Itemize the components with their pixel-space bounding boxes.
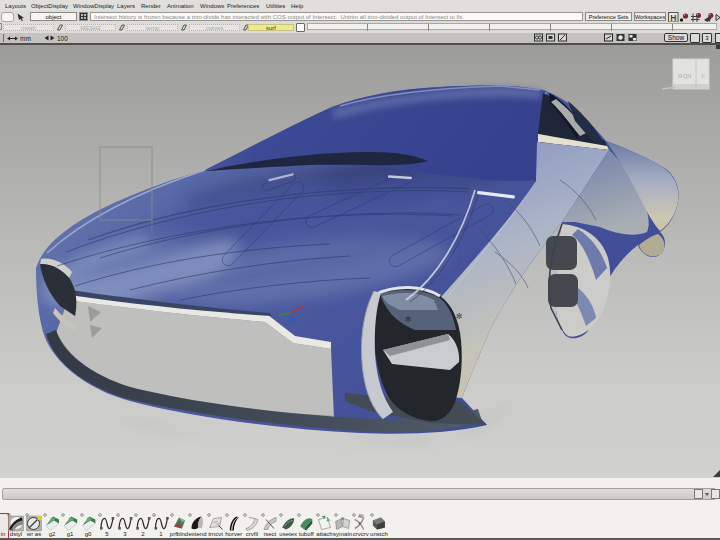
svg-text:symaln: symaln [333,531,352,537]
svg-text:RQN: RQN [678,73,691,79]
svg-text:3: 3 [123,531,127,537]
svg-text:dstyl: dstyl [10,531,22,537]
svg-text:unstch: unstch [370,531,388,537]
svg-text:attach: attach [316,531,332,537]
svg-text:isect: isect [264,531,277,537]
svg-text:tuboff: tuboff [299,531,314,537]
svg-text:2: 2 [141,531,145,537]
svg-text:trncvt: trncvt [208,531,223,537]
svg-text:crvcrv: crvcrv [353,531,369,537]
svg-text:g1: g1 [67,531,74,537]
svg-text:usetex: usetex [279,531,297,537]
svg-text:g2: g2 [49,531,56,537]
svg-text:extend: extend [188,531,206,537]
svg-text:1: 1 [159,531,163,537]
svg-text:✻: ✻ [456,312,463,321]
svg-text:wr as: wr as [26,531,41,537]
svg-text:prfblnd: prfblnd [170,531,188,537]
svg-text:crvfil: crvfil [246,531,258,537]
svg-text:F: F [701,73,705,79]
svg-text:H: H [670,13,676,23]
svg-text:g0: g0 [85,531,92,537]
svg-text:horver: horver [225,531,242,537]
svg-text:5: 5 [105,531,109,537]
svg-text:✻: ✻ [405,315,412,324]
